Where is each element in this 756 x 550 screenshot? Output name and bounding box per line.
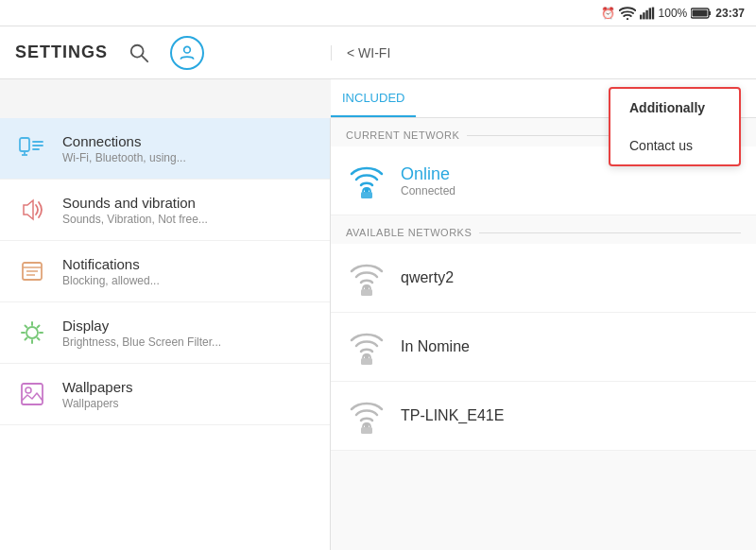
network-item-tplink[interactable]: TP-LINK_E41E [331, 382, 756, 451]
wallpapers-text: Wallpapers Wallpapers [62, 379, 132, 410]
sidebar-item-wallpapers[interactable]: Wallpapers Wallpapers [0, 364, 330, 425]
alarm-icon: ⏰ [601, 7, 615, 20]
contact-us-button[interactable]: Contact us [610, 127, 739, 164]
tplink-info: TP-LINK_E41E [401, 407, 504, 424]
svg-point-0 [626, 17, 627, 19]
battery-percentage: 100% [659, 7, 688, 20]
connections-text: Connections Wi-Fi, Bluetooth, using... [62, 133, 186, 164]
settings-title: SETTINGS [15, 43, 108, 62]
qwerty2-wifi-icon [346, 257, 387, 299]
display-subtitle: Brightness, Blue Screen Filter... [62, 335, 221, 349]
wallpapers-subtitle: Wallpapers [62, 397, 132, 410]
in-nomine-info: In Nomine [401, 338, 470, 355]
in-nomine-wifi-icon [346, 326, 387, 368]
svg-marker-15 [24, 200, 33, 219]
sounds-subtitle: Sounds, Vibration, Not free... [62, 213, 208, 226]
connections-title: Connections [62, 133, 186, 149]
svg-rect-4 [648, 8, 650, 19]
display-title: Display [62, 318, 221, 334]
qwerty2-info: qwerty2 [401, 269, 454, 286]
tplink-wifi-icon [346, 395, 387, 437]
dropdown-menu: Additionally Contact us [609, 87, 741, 166]
svg-rect-7 [709, 11, 711, 15]
wi-fi-back-label[interactable]: < WI-FI [347, 45, 390, 60]
wallpapers-icon [15, 377, 49, 411]
notifications-subtitle: Blocking, allowed... [62, 274, 160, 287]
status-icons: ⏰ 100% 23:37 [601, 7, 745, 20]
current-network-name: Online [401, 164, 455, 184]
svg-point-11 [184, 46, 191, 53]
notifications-title: Notifications [62, 256, 160, 272]
svg-rect-5 [651, 7, 653, 19]
svg-rect-1 [640, 14, 642, 19]
wallpapers-title: Wallpapers [62, 379, 132, 395]
sounds-icon [15, 193, 49, 227]
sidebar-item-connections[interactable]: Connections Wi-Fi, Bluetooth, using... [0, 118, 330, 180]
current-network-status: Connected [401, 184, 455, 198]
svg-line-27 [38, 326, 40, 328]
available-networks-header: AVAILABLE NETWORKS [331, 215, 756, 244]
avatar-button[interactable] [170, 36, 204, 70]
time-display: 23:37 [715, 7, 745, 20]
sounds-title: Sounds and vibration [62, 195, 208, 211]
svg-line-10 [142, 56, 147, 61]
svg-point-20 [26, 327, 38, 338]
header-right: < WI-FI Additionally Contact us [331, 45, 756, 60]
battery-icon [691, 8, 712, 19]
connections-subtitle: Wi-Fi, Bluetooth, using... [62, 151, 186, 164]
svg-line-25 [26, 326, 27, 328]
main-content: Connections Wi-Fi, Bluetooth, using... S… [0, 118, 756, 550]
notifications-icon [15, 254, 49, 288]
display-text: Display Brightness, Blue Screen Filter..… [62, 318, 221, 349]
svg-line-28 [26, 338, 27, 340]
additionally-button[interactable]: Additionally [610, 89, 739, 127]
wifi-panel: CURRENT NETWORK Online Connected [331, 118, 756, 550]
current-wifi-icon [346, 160, 387, 201]
svg-line-26 [38, 338, 40, 340]
current-network-info: Online Connected [401, 164, 455, 198]
svg-rect-3 [645, 9, 647, 19]
qwerty2-name: qwerty2 [401, 269, 454, 286]
svg-rect-36 [361, 358, 372, 365]
network-item-qwerty2[interactable]: qwerty2 [331, 244, 756, 313]
svg-rect-8 [693, 9, 708, 16]
sidebar: Connections Wi-Fi, Bluetooth, using... S… [0, 118, 331, 550]
sounds-text: Sounds and vibration Sounds, Vibration, … [62, 195, 208, 226]
svg-rect-12 [20, 138, 29, 151]
display-icon [15, 316, 49, 350]
tplink-name: TP-LINK_E41E [401, 407, 504, 424]
connections-icon [15, 131, 49, 165]
svg-rect-29 [22, 384, 43, 404]
svg-point-30 [26, 387, 31, 393]
svg-rect-32 [361, 192, 372, 198]
top-header: SETTINGS < WI-FI Additionally Contact us [0, 26, 756, 79]
status-bar: ⏰ 100% 23:37 [0, 0, 756, 26]
sidebar-item-notifications[interactable]: Notifications Blocking, allowed... [0, 241, 330, 302]
search-button[interactable] [123, 37, 155, 69]
in-nomine-name: In Nomine [401, 338, 470, 355]
svg-rect-34 [361, 289, 372, 296]
network-item-in-nomine[interactable]: In Nomine [331, 313, 756, 382]
tab-included[interactable]: INCLUDED [331, 79, 416, 117]
sidebar-item-sounds[interactable]: Sounds and vibration Sounds, Vibration, … [0, 180, 330, 241]
svg-rect-38 [361, 427, 372, 434]
signal-icon [640, 7, 655, 20]
wifi-status-icon [619, 7, 636, 20]
header-left: SETTINGS [0, 36, 331, 70]
svg-rect-2 [643, 12, 644, 19]
notifications-text: Notifications Blocking, allowed... [62, 256, 160, 287]
sidebar-item-display[interactable]: Display Brightness, Blue Screen Filter..… [0, 302, 330, 364]
